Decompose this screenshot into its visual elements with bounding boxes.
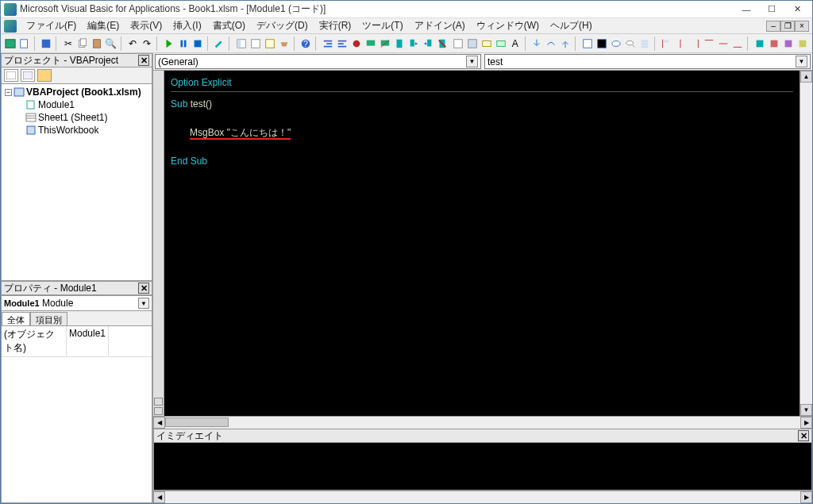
project-explorer-icon[interactable] xyxy=(235,36,248,52)
minimize-button[interactable]: ― xyxy=(734,2,758,17)
indent-icon[interactable] xyxy=(322,36,334,52)
menu-edit[interactable]: 編集(E) xyxy=(83,17,124,34)
menu-debug[interactable]: デバッグ(D) xyxy=(252,17,313,34)
property-row[interactable]: (オブジェクト名) Module1 xyxy=(2,326,152,357)
tree-item-thisworkbook[interactable]: ThisWorkbook xyxy=(3,124,150,137)
view-excel-icon[interactable] xyxy=(4,36,17,52)
immediate-pane-close-button[interactable]: ✕ xyxy=(798,430,809,441)
properties-window-icon[interactable] xyxy=(249,36,262,52)
properties-object-selector[interactable]: Module1 Module ▼ xyxy=(1,295,152,311)
close-button[interactable]: ✕ xyxy=(785,2,809,17)
align-right-icon[interactable] xyxy=(688,36,701,52)
locals-window-icon[interactable] xyxy=(581,36,594,52)
tool-icon-2[interactable] xyxy=(768,36,780,52)
menu-run[interactable]: 実行(R) xyxy=(314,17,356,34)
list-properties-icon[interactable] xyxy=(452,36,464,52)
menu-window[interactable]: ウィンドウ(W) xyxy=(472,17,544,34)
full-module-view-button[interactable] xyxy=(154,407,163,415)
break-icon[interactable] xyxy=(177,36,190,52)
comment-icon[interactable] xyxy=(364,36,377,52)
clear-bookmarks-icon[interactable] xyxy=(436,36,449,52)
properties-grid[interactable]: (オブジェクト名) Module1 xyxy=(1,325,152,503)
step-out-icon[interactable] xyxy=(559,36,572,52)
align-middle-icon[interactable] xyxy=(717,36,730,52)
insert-module-icon[interactable] xyxy=(18,36,31,52)
properties-tab-categorized[interactable]: 項目別 xyxy=(30,312,67,325)
editor-horizontal-scrollbar[interactable]: ◀ ▶ xyxy=(153,416,812,429)
mdi-minimize-button[interactable]: – xyxy=(766,21,780,32)
chevron-down-icon[interactable]: ▼ xyxy=(466,56,478,67)
tool-icon-1[interactable] xyxy=(753,36,766,52)
procedure-view-button[interactable] xyxy=(154,398,163,406)
menu-tools[interactable]: ツール(T) xyxy=(357,17,407,34)
call-stack-icon[interactable] xyxy=(638,36,651,52)
project-tree[interactable]: − VBAProject (Book1.xlsm) Module1 Sheet1… xyxy=(1,83,152,281)
property-value[interactable]: Module1 xyxy=(67,326,109,356)
step-into-icon[interactable] xyxy=(530,36,543,52)
align-left-icon[interactable] xyxy=(660,36,672,52)
chevron-down-icon[interactable]: ▼ xyxy=(138,298,149,309)
prev-bookmark-icon[interactable] xyxy=(422,36,434,52)
copy-icon[interactable] xyxy=(76,36,89,52)
mdi-restore-button[interactable]: ❐ xyxy=(780,21,795,32)
cut-icon[interactable]: ✂ xyxy=(62,36,75,52)
menu-addins[interactable]: アドイン(A) xyxy=(410,17,470,34)
bookmark-icon[interactable] xyxy=(393,36,406,52)
immediate-window-icon[interactable] xyxy=(595,36,608,52)
undo-icon[interactable]: ↶ xyxy=(126,36,139,52)
menu-format[interactable]: 書式(O) xyxy=(208,17,250,34)
tree-item-sheet1[interactable]: Sheet1 (Sheet1) xyxy=(3,111,150,124)
menu-file[interactable]: ファイル(F) xyxy=(21,17,81,34)
scroll-up-button[interactable]: ▲ xyxy=(800,71,812,83)
project-pane-close-button[interactable]: ✕ xyxy=(138,55,149,66)
outdent-icon[interactable] xyxy=(336,36,349,52)
find-icon[interactable]: 🔍 xyxy=(105,36,118,52)
quick-watch-icon[interactable] xyxy=(624,36,637,52)
save-icon[interactable] xyxy=(40,36,52,52)
step-over-icon[interactable] xyxy=(545,36,557,52)
run-icon[interactable] xyxy=(163,36,175,52)
tree-item-module1[interactable]: Module1 xyxy=(3,98,150,111)
scroll-left-button[interactable]: ◀ xyxy=(153,417,165,429)
menu-insert[interactable]: 挿入(I) xyxy=(168,17,206,34)
immediate-window[interactable] xyxy=(153,443,812,491)
help-icon[interactable]: ? xyxy=(299,36,312,52)
breakpoint-icon[interactable] xyxy=(350,36,363,52)
mdi-close-button[interactable]: × xyxy=(795,21,809,32)
align-top-icon[interactable] xyxy=(703,36,715,52)
toolbox-icon[interactable] xyxy=(278,36,291,52)
redo-icon[interactable]: ↷ xyxy=(141,36,153,52)
paste-icon[interactable] xyxy=(91,36,103,52)
object-browser-icon[interactable] xyxy=(264,36,276,52)
immediate-horizontal-scrollbar[interactable]: ◀ ▶ xyxy=(153,491,812,503)
align-bottom-icon[interactable] xyxy=(731,36,744,52)
design-mode-icon[interactable] xyxy=(213,36,225,52)
chevron-down-icon[interactable]: ▼ xyxy=(796,56,807,67)
param-info-icon[interactable] xyxy=(495,36,507,52)
view-code-icon[interactable] xyxy=(4,69,18,82)
tool-icon-4[interactable] xyxy=(796,36,809,52)
scroll-right-button[interactable]: ▶ xyxy=(800,491,812,503)
code-editor[interactable]: Option Explicit Sub test() MsgBox "こんにちは… xyxy=(164,71,800,416)
maximize-button[interactable]: ☐ xyxy=(760,2,784,17)
complete-word-icon[interactable]: A xyxy=(509,36,522,52)
collapse-icon[interactable]: − xyxy=(5,89,12,96)
next-bookmark-icon[interactable] xyxy=(407,36,420,52)
properties-pane-close-button[interactable]: ✕ xyxy=(138,283,149,294)
reset-icon[interactable] xyxy=(191,36,204,52)
view-object-icon[interactable] xyxy=(21,69,35,82)
list-constants-icon[interactable] xyxy=(466,36,479,52)
scroll-down-button[interactable]: ▼ xyxy=(800,404,812,416)
watch-window-icon[interactable] xyxy=(610,36,622,52)
uncomment-icon[interactable] xyxy=(379,36,391,52)
scroll-left-button[interactable]: ◀ xyxy=(153,491,165,503)
align-center-icon[interactable] xyxy=(674,36,687,52)
scroll-right-button[interactable]: ▶ xyxy=(800,417,812,429)
menu-help[interactable]: ヘルプ(H) xyxy=(545,17,597,34)
tool-icon-3[interactable] xyxy=(782,36,795,52)
quick-info-icon[interactable] xyxy=(480,36,493,52)
editor-vertical-scrollbar[interactable]: ▲ ▼ xyxy=(800,71,812,416)
properties-tab-all[interactable]: 全体 xyxy=(2,312,30,325)
tree-root[interactable]: − VBAProject (Book1.xlsm) xyxy=(3,86,150,98)
folder-toggle-icon[interactable] xyxy=(37,69,52,82)
